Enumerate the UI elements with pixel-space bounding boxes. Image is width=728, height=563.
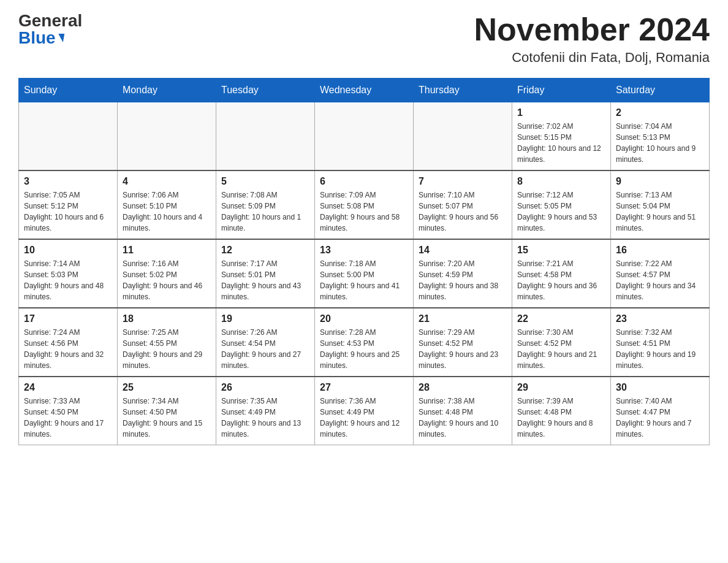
calendar-cell: 17Sunrise: 7:24 AMSunset: 4:56 PMDayligh… bbox=[19, 308, 118, 377]
calendar-week-row: 10Sunrise: 7:14 AMSunset: 5:03 PMDayligh… bbox=[19, 239, 710, 308]
day-number: 9 bbox=[616, 176, 704, 187]
day-info: Sunrise: 7:13 AMSunset: 5:04 PMDaylight:… bbox=[616, 190, 704, 234]
calendar-cell: 21Sunrise: 7:29 AMSunset: 4:52 PMDayligh… bbox=[414, 308, 512, 377]
calendar-header: Sunday Monday Tuesday Wednesday Thursday… bbox=[19, 79, 710, 102]
col-thursday: Thursday bbox=[414, 79, 512, 102]
calendar-cell: 12Sunrise: 7:17 AMSunset: 5:01 PMDayligh… bbox=[216, 239, 315, 308]
calendar-cell: 3Sunrise: 7:05 AMSunset: 5:12 PMDaylight… bbox=[19, 170, 118, 239]
day-number: 16 bbox=[616, 245, 704, 256]
day-number: 4 bbox=[123, 176, 211, 187]
day-number: 15 bbox=[517, 245, 605, 256]
day-number: 6 bbox=[320, 176, 408, 187]
calendar-cell: 4Sunrise: 7:06 AMSunset: 5:10 PMDaylight… bbox=[118, 170, 216, 239]
weekday-header-row: Sunday Monday Tuesday Wednesday Thursday… bbox=[19, 79, 710, 102]
calendar-cell: 24Sunrise: 7:33 AMSunset: 4:50 PMDayligh… bbox=[19, 377, 118, 445]
day-number: 17 bbox=[24, 313, 112, 324]
day-info: Sunrise: 7:36 AMSunset: 4:49 PMDaylight:… bbox=[320, 396, 408, 440]
calendar-location: Cotofenii din Fata, Dolj, Romania bbox=[474, 50, 710, 66]
calendar-cell bbox=[315, 102, 414, 171]
day-number: 14 bbox=[419, 245, 507, 256]
calendar-title: November 2024 bbox=[474, 12, 710, 47]
calendar-table: Sunday Monday Tuesday Wednesday Thursday… bbox=[18, 78, 710, 445]
col-monday: Monday bbox=[118, 79, 216, 102]
day-number: 5 bbox=[221, 176, 309, 187]
day-info: Sunrise: 7:06 AMSunset: 5:10 PMDaylight:… bbox=[123, 190, 211, 234]
calendar-cell: 22Sunrise: 7:30 AMSunset: 4:52 PMDayligh… bbox=[512, 308, 611, 377]
day-number: 19 bbox=[221, 313, 309, 324]
col-saturday: Saturday bbox=[611, 79, 710, 102]
day-info: Sunrise: 7:04 AMSunset: 5:13 PMDaylight:… bbox=[616, 121, 704, 165]
day-info: Sunrise: 7:16 AMSunset: 5:02 PMDaylight:… bbox=[123, 258, 211, 302]
calendar-cell: 29Sunrise: 7:39 AMSunset: 4:48 PMDayligh… bbox=[512, 377, 611, 445]
day-info: Sunrise: 7:22 AMSunset: 4:57 PMDaylight:… bbox=[616, 258, 704, 302]
calendar-cell: 11Sunrise: 7:16 AMSunset: 5:02 PMDayligh… bbox=[118, 239, 216, 308]
day-info: Sunrise: 7:29 AMSunset: 4:52 PMDaylight:… bbox=[419, 327, 507, 371]
day-number: 25 bbox=[123, 382, 211, 393]
calendar-cell bbox=[216, 102, 315, 171]
day-info: Sunrise: 7:12 AMSunset: 5:05 PMDaylight:… bbox=[517, 190, 605, 234]
day-info: Sunrise: 7:28 AMSunset: 4:53 PMDaylight:… bbox=[320, 327, 408, 371]
calendar-cell: 10Sunrise: 7:14 AMSunset: 5:03 PMDayligh… bbox=[19, 239, 118, 308]
logo-blue-text: Blue bbox=[18, 29, 56, 47]
day-info: Sunrise: 7:25 AMSunset: 4:55 PMDaylight:… bbox=[123, 327, 211, 371]
day-number: 1 bbox=[517, 107, 605, 118]
calendar-cell: 15Sunrise: 7:21 AMSunset: 4:58 PMDayligh… bbox=[512, 239, 611, 308]
calendar-cell: 20Sunrise: 7:28 AMSunset: 4:53 PMDayligh… bbox=[315, 308, 414, 377]
calendar-cell bbox=[414, 102, 512, 171]
day-number: 8 bbox=[517, 176, 605, 187]
day-number: 7 bbox=[419, 176, 507, 187]
logo-triangle-icon bbox=[56, 34, 64, 42]
calendar-cell: 9Sunrise: 7:13 AMSunset: 5:04 PMDaylight… bbox=[611, 170, 710, 239]
day-info: Sunrise: 7:02 AMSunset: 5:15 PMDaylight:… bbox=[517, 121, 605, 165]
day-number: 30 bbox=[616, 382, 704, 393]
calendar-cell: 6Sunrise: 7:09 AMSunset: 5:08 PMDaylight… bbox=[315, 170, 414, 239]
day-number: 20 bbox=[320, 313, 408, 324]
calendar-cell: 16Sunrise: 7:22 AMSunset: 4:57 PMDayligh… bbox=[611, 239, 710, 308]
calendar-cell: 14Sunrise: 7:20 AMSunset: 4:59 PMDayligh… bbox=[414, 239, 512, 308]
day-info: Sunrise: 7:26 AMSunset: 4:54 PMDaylight:… bbox=[221, 327, 309, 371]
day-number: 18 bbox=[123, 313, 211, 324]
calendar-cell: 18Sunrise: 7:25 AMSunset: 4:55 PMDayligh… bbox=[118, 308, 216, 377]
day-number: 11 bbox=[123, 245, 211, 256]
calendar-week-row: 17Sunrise: 7:24 AMSunset: 4:56 PMDayligh… bbox=[19, 308, 710, 377]
calendar-cell: 25Sunrise: 7:34 AMSunset: 4:50 PMDayligh… bbox=[118, 377, 216, 445]
day-info: Sunrise: 7:05 AMSunset: 5:12 PMDaylight:… bbox=[24, 190, 112, 234]
day-number: 28 bbox=[419, 382, 507, 393]
day-info: Sunrise: 7:39 AMSunset: 4:48 PMDaylight:… bbox=[517, 396, 605, 440]
day-info: Sunrise: 7:30 AMSunset: 4:52 PMDaylight:… bbox=[517, 327, 605, 371]
day-info: Sunrise: 7:08 AMSunset: 5:09 PMDaylight:… bbox=[221, 190, 309, 234]
day-info: Sunrise: 7:32 AMSunset: 4:51 PMDaylight:… bbox=[616, 327, 704, 371]
calendar-cell: 26Sunrise: 7:35 AMSunset: 4:49 PMDayligh… bbox=[216, 377, 315, 445]
calendar-week-row: 1Sunrise: 7:02 AMSunset: 5:15 PMDaylight… bbox=[19, 102, 710, 171]
calendar-cell: 30Sunrise: 7:40 AMSunset: 4:47 PMDayligh… bbox=[611, 377, 710, 445]
col-wednesday: Wednesday bbox=[315, 79, 414, 102]
calendar-cell: 13Sunrise: 7:18 AMSunset: 5:00 PMDayligh… bbox=[315, 239, 414, 308]
day-number: 23 bbox=[616, 313, 704, 324]
day-number: 10 bbox=[24, 245, 112, 256]
day-info: Sunrise: 7:38 AMSunset: 4:48 PMDaylight:… bbox=[419, 396, 507, 440]
day-number: 29 bbox=[517, 382, 605, 393]
day-number: 27 bbox=[320, 382, 408, 393]
page-header: General Blue November 2024 Cotofenii din… bbox=[18, 12, 710, 66]
day-info: Sunrise: 7:09 AMSunset: 5:08 PMDaylight:… bbox=[320, 190, 408, 234]
day-number: 21 bbox=[419, 313, 507, 324]
day-info: Sunrise: 7:10 AMSunset: 5:07 PMDaylight:… bbox=[419, 190, 507, 234]
day-info: Sunrise: 7:20 AMSunset: 4:59 PMDaylight:… bbox=[419, 258, 507, 302]
day-info: Sunrise: 7:40 AMSunset: 4:47 PMDaylight:… bbox=[616, 396, 704, 440]
calendar-body: 1Sunrise: 7:02 AMSunset: 5:15 PMDaylight… bbox=[19, 102, 710, 445]
calendar-cell: 2Sunrise: 7:04 AMSunset: 5:13 PMDaylight… bbox=[611, 102, 710, 171]
calendar-cell: 7Sunrise: 7:10 AMSunset: 5:07 PMDaylight… bbox=[414, 170, 512, 239]
calendar-cell: 27Sunrise: 7:36 AMSunset: 4:49 PMDayligh… bbox=[315, 377, 414, 445]
logo-general-text: General bbox=[18, 12, 82, 29]
logo: General Blue bbox=[18, 12, 82, 47]
calendar-week-row: 3Sunrise: 7:05 AMSunset: 5:12 PMDaylight… bbox=[19, 170, 710, 239]
col-tuesday: Tuesday bbox=[216, 79, 315, 102]
day-info: Sunrise: 7:34 AMSunset: 4:50 PMDaylight:… bbox=[123, 396, 211, 440]
day-number: 26 bbox=[221, 382, 309, 393]
calendar-cell: 28Sunrise: 7:38 AMSunset: 4:48 PMDayligh… bbox=[414, 377, 512, 445]
title-block: November 2024 Cotofenii din Fata, Dolj, … bbox=[474, 12, 710, 66]
calendar-cell: 1Sunrise: 7:02 AMSunset: 5:15 PMDaylight… bbox=[512, 102, 611, 171]
col-friday: Friday bbox=[512, 79, 611, 102]
day-number: 12 bbox=[221, 245, 309, 256]
day-info: Sunrise: 7:18 AMSunset: 5:00 PMDaylight:… bbox=[320, 258, 408, 302]
